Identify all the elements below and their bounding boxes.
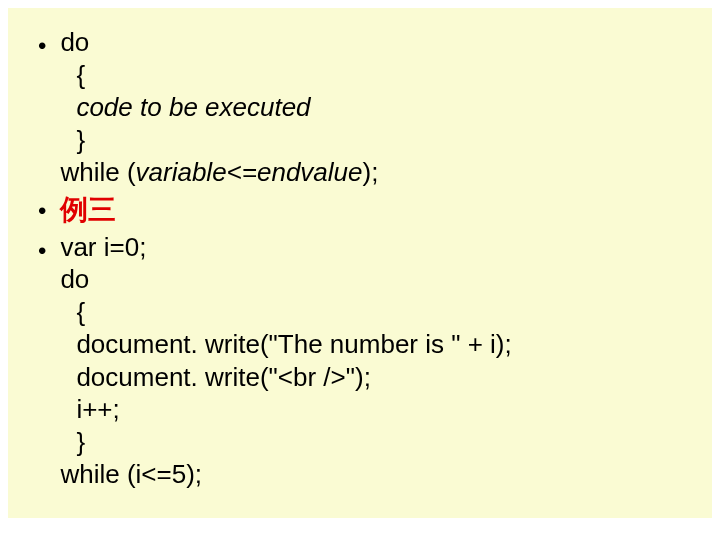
bullet-item-example: • var i=0; do { document. write("The num… [38,231,682,491]
example-code-block: var i=0; do { document. write("The numbe… [60,231,511,491]
code-line: var i=0; [60,231,511,264]
code-line: do [60,26,378,59]
bullet-icon: • [38,195,46,226]
code-line: while (variable<=endvalue); [60,156,378,189]
code-line: while (i<=5); [60,458,511,491]
bullet-icon: • [38,30,46,61]
syntax-block: do { code to be executed } while (variab… [60,26,378,189]
code-line: } [60,124,378,157]
code-line: { [60,59,378,92]
bullet-item-heading: • 例三 [38,191,682,229]
code-line: { [60,296,511,329]
example-heading: 例三 [60,191,116,229]
code-line: document. write("<br />"); [60,361,511,394]
code-line: } [60,426,511,459]
bullet-item-syntax: • do { code to be executed } while (vari… [38,26,682,189]
code-line: i++; [60,393,511,426]
slide-content: • do { code to be executed } while (vari… [8,8,712,518]
code-line: do [60,263,511,296]
code-line: document. write("The number is " + i); [60,328,511,361]
bullet-icon: • [38,235,46,266]
code-line: code to be executed [60,91,378,124]
